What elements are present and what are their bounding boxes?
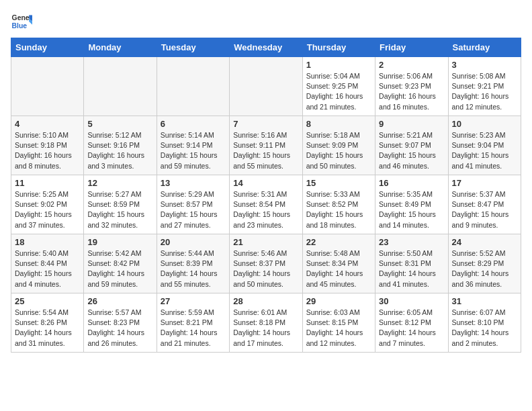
day-info: Sunrise: 6:03 AM Sunset: 8:15 PM Dayligh… [306,308,371,349]
weekday-header-friday: Friday [375,38,448,57]
weekday-header-row: SundayMondayTuesdayWednesdayThursdayFrid… [11,38,521,57]
calendar-cell [157,57,229,116]
day-number: 5 [87,119,152,129]
calendar-table: SundayMondayTuesdayWednesdayThursdayFrid… [11,38,521,353]
day-info: Sunrise: 6:01 AM Sunset: 8:18 PM Dayligh… [233,308,298,349]
calendar-cell: 31Sunrise: 6:07 AM Sunset: 8:10 PM Dayli… [448,293,521,353]
calendar-cell: 24Sunrise: 5:52 AM Sunset: 8:29 PM Dayli… [448,234,521,293]
day-number: 14 [233,178,298,188]
calendar-cell: 8Sunrise: 5:18 AM Sunset: 9:09 PM Daylig… [302,116,375,175]
calendar-cell [84,57,157,116]
weekday-header-wednesday: Wednesday [230,38,302,57]
day-info: Sunrise: 5:50 AM Sunset: 8:31 PM Dayligh… [379,248,444,289]
day-number: 6 [161,119,226,129]
day-info: Sunrise: 5:06 AM Sunset: 9:23 PM Dayligh… [379,71,444,112]
day-number: 16 [379,178,444,188]
calendar-cell: 3Sunrise: 5:08 AM Sunset: 9:21 PM Daylig… [448,57,521,116]
day-info: Sunrise: 6:07 AM Sunset: 8:10 PM Dayligh… [452,308,517,349]
day-info: Sunrise: 5:23 AM Sunset: 9:04 PM Dayligh… [452,130,517,171]
day-number: 12 [87,178,152,188]
day-info: Sunrise: 5:12 AM Sunset: 9:16 PM Dayligh… [87,130,152,171]
day-number: 26 [87,296,152,306]
day-number: 2 [379,60,444,70]
calendar-cell: 19Sunrise: 5:42 AM Sunset: 8:42 PM Dayli… [84,234,157,293]
calendar-cell: 9Sunrise: 5:21 AM Sunset: 9:07 PM Daylig… [375,116,448,175]
day-info: Sunrise: 5:16 AM Sunset: 9:11 PM Dayligh… [233,130,298,171]
day-number: 28 [233,296,298,306]
day-info: Sunrise: 5:08 AM Sunset: 9:21 PM Dayligh… [452,71,517,112]
day-number: 30 [379,296,444,306]
day-info: Sunrise: 5:48 AM Sunset: 8:34 PM Dayligh… [306,248,371,289]
day-info: Sunrise: 5:52 AM Sunset: 8:29 PM Dayligh… [452,248,517,289]
calendar-cell: 4Sunrise: 5:10 AM Sunset: 9:18 PM Daylig… [11,116,84,175]
weekday-header-thursday: Thursday [302,38,375,57]
calendar-cell: 27Sunrise: 5:59 AM Sunset: 8:21 PM Dayli… [157,293,229,353]
day-info: Sunrise: 5:29 AM Sunset: 8:57 PM Dayligh… [161,189,226,230]
calendar-cell: 12Sunrise: 5:27 AM Sunset: 8:59 PM Dayli… [84,175,157,234]
calendar-cell: 17Sunrise: 5:37 AM Sunset: 8:47 PM Dayli… [448,175,521,234]
calendar-cell: 14Sunrise: 5:31 AM Sunset: 8:54 PM Dayli… [230,175,302,234]
day-number: 17 [452,178,517,188]
day-info: Sunrise: 5:42 AM Sunset: 8:42 PM Dayligh… [87,248,152,289]
day-info: Sunrise: 5:18 AM Sunset: 9:09 PM Dayligh… [306,130,371,171]
calendar-cell: 21Sunrise: 5:46 AM Sunset: 8:37 PM Dayli… [230,234,302,293]
calendar-cell: 28Sunrise: 6:01 AM Sunset: 8:18 PM Dayli… [230,293,302,353]
day-number: 10 [452,119,517,129]
calendar-cell: 1Sunrise: 5:04 AM Sunset: 9:25 PM Daylig… [302,57,375,116]
calendar-cell: 10Sunrise: 5:23 AM Sunset: 9:04 PM Dayli… [448,116,521,175]
day-info: Sunrise: 5:54 AM Sunset: 8:26 PM Dayligh… [15,308,80,349]
calendar-cell: 20Sunrise: 5:44 AM Sunset: 8:39 PM Dayli… [157,234,229,293]
header: General Blue [11,11,521,32]
day-info: Sunrise: 5:21 AM Sunset: 9:07 PM Dayligh… [379,130,444,171]
day-number: 13 [161,178,226,188]
day-number: 3 [452,60,517,70]
week-row-2: 4Sunrise: 5:10 AM Sunset: 9:18 PM Daylig… [11,116,521,175]
calendar-cell: 29Sunrise: 6:03 AM Sunset: 8:15 PM Dayli… [302,293,375,353]
calendar-cell: 6Sunrise: 5:14 AM Sunset: 9:14 PM Daylig… [157,116,229,175]
day-number: 4 [15,119,80,129]
day-number: 21 [233,237,298,247]
calendar-cell: 15Sunrise: 5:33 AM Sunset: 8:52 PM Dayli… [302,175,375,234]
day-number: 1 [306,60,371,70]
calendar-cell [230,57,302,116]
calendar-cell: 16Sunrise: 5:35 AM Sunset: 8:49 PM Dayli… [375,175,448,234]
weekday-header-tuesday: Tuesday [157,38,229,57]
calendar-cell: 7Sunrise: 5:16 AM Sunset: 9:11 PM Daylig… [230,116,302,175]
day-info: Sunrise: 5:37 AM Sunset: 8:47 PM Dayligh… [452,189,517,230]
day-info: Sunrise: 5:04 AM Sunset: 9:25 PM Dayligh… [306,71,371,112]
calendar-cell [11,57,84,116]
calendar-cell: 2Sunrise: 5:06 AM Sunset: 9:23 PM Daylig… [375,57,448,116]
calendar-cell: 11Sunrise: 5:25 AM Sunset: 9:02 PM Dayli… [11,175,84,234]
weekday-header-saturday: Saturday [448,38,521,57]
day-number: 11 [15,178,80,188]
calendar-cell: 30Sunrise: 6:05 AM Sunset: 8:12 PM Dayli… [375,293,448,353]
day-number: 24 [452,237,517,247]
weekday-header-sunday: Sunday [11,38,84,57]
day-info: Sunrise: 5:40 AM Sunset: 8:44 PM Dayligh… [15,248,80,289]
day-info: Sunrise: 5:25 AM Sunset: 9:02 PM Dayligh… [15,189,80,230]
calendar-cell: 26Sunrise: 5:57 AM Sunset: 8:23 PM Dayli… [84,293,157,353]
day-info: Sunrise: 5:14 AM Sunset: 9:14 PM Dayligh… [161,130,226,171]
day-info: Sunrise: 5:27 AM Sunset: 8:59 PM Dayligh… [87,189,152,230]
logo-icon: General Blue [11,11,32,32]
calendar-cell: 25Sunrise: 5:54 AM Sunset: 8:26 PM Dayli… [11,293,84,353]
day-number: 27 [161,296,226,306]
day-number: 9 [379,119,444,129]
svg-text:Blue: Blue [12,22,28,30]
day-info: Sunrise: 5:35 AM Sunset: 8:49 PM Dayligh… [379,189,444,230]
day-number: 8 [306,119,371,129]
calendar-cell: 18Sunrise: 5:40 AM Sunset: 8:44 PM Dayli… [11,234,84,293]
day-info: Sunrise: 5:44 AM Sunset: 8:39 PM Dayligh… [161,248,226,289]
week-row-3: 11Sunrise: 5:25 AM Sunset: 9:02 PM Dayli… [11,175,521,234]
day-number: 20 [161,237,226,247]
week-row-4: 18Sunrise: 5:40 AM Sunset: 8:44 PM Dayli… [11,234,521,293]
weekday-header-monday: Monday [84,38,157,57]
calendar-cell: 22Sunrise: 5:48 AM Sunset: 8:34 PM Dayli… [302,234,375,293]
week-row-5: 25Sunrise: 5:54 AM Sunset: 8:26 PM Dayli… [11,293,521,353]
day-number: 23 [379,237,444,247]
day-info: Sunrise: 6:05 AM Sunset: 8:12 PM Dayligh… [379,308,444,349]
day-number: 18 [15,237,80,247]
week-row-1: 1Sunrise: 5:04 AM Sunset: 9:25 PM Daylig… [11,57,521,116]
day-info: Sunrise: 5:46 AM Sunset: 8:37 PM Dayligh… [233,248,298,289]
calendar-cell: 13Sunrise: 5:29 AM Sunset: 8:57 PM Dayli… [157,175,229,234]
